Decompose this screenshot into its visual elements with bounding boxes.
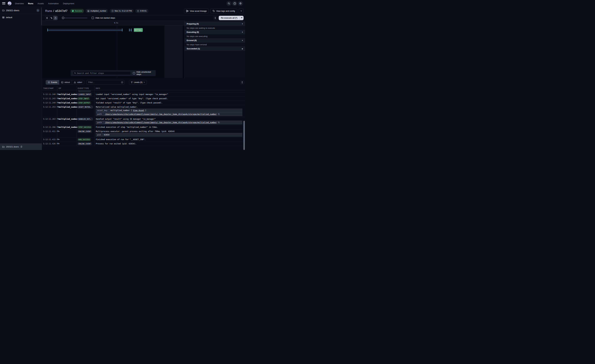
caret-down-icon: ▼	[242, 31, 243, 33]
stopwatch-icon	[137, 10, 139, 12]
view-asset-lineage-button[interactable]: View asset lineage	[184, 8, 209, 14]
flat-view-button[interactable]	[45, 16, 50, 20]
event-row-7[interactable]: 5:12:11.415 PM-RUN_SUCCESSFinished execu…	[42, 138, 245, 142]
hide-not-started-checkbox[interactable]	[92, 17, 94, 19]
reexecute-dropdown-button[interactable]	[240, 16, 244, 20]
timestamp-badge: Mar 21, 5:12:10 PM	[110, 9, 134, 13]
levels-dropdown-button[interactable]: Levels (5)	[129, 80, 147, 85]
sidebar-item-job-group[interactable]: 250321-dvers 1	[0, 7, 42, 14]
reexecute-all-button[interactable]: Re-execute all (*)	[219, 16, 240, 20]
partial-event-row	[42, 90, 245, 92]
event-table-body[interactable]: 5:12:11.240 PMmultiplied_numberLOADED_IN…	[42, 90, 245, 150]
primary-nav: OverviewRunsAssetsAutomationDeployment	[15, 2, 74, 5]
gantt-waiting-span-short	[129, 28, 131, 31]
clock-icon	[112, 10, 114, 12]
status-section-title: Preparing (0)	[187, 23, 199, 25]
refresh-icon[interactable]	[20, 146, 22, 148]
event-op: -	[57, 142, 77, 146]
gantt-chart[interactable]: 0.5s multiplied_number	[42, 21, 184, 78]
event-op: -	[57, 130, 77, 138]
status-badge: Success	[70, 9, 84, 13]
run-header-more-button[interactable]	[239, 8, 244, 14]
settings-gear-icon[interactable]: ⚙	[238, 1, 243, 6]
tag-icon	[212, 10, 215, 12]
table-end-border	[42, 146, 245, 146]
status-section-header-0[interactable]: Preparing (0)▼	[185, 22, 245, 26]
event-info: Multiprocess executor: parent process ex…	[94, 130, 245, 138]
tab-events[interactable]: Events	[46, 80, 59, 84]
run-id: a5347ef7	[55, 9, 68, 13]
timing-view-button[interactable]	[53, 16, 57, 20]
gantt-step-bar[interactable]: multiplied_number	[134, 28, 143, 32]
hide-not-started-checkbox-row[interactable]: Hide not started steps	[92, 17, 115, 19]
gantt-toolbar: Hide not started steps Re-execute all (*…	[42, 15, 245, 21]
event-row-3[interactable]: 5:12:11.253 PMmultiplied_numberASSET_MAT…	[42, 105, 245, 117]
dagster-logo-icon[interactable]	[7, 1, 12, 6]
tab-stdout[interactable]: stdout	[59, 80, 72, 84]
event-timestamp: 5:12:11.249 PM	[42, 101, 57, 105]
asset-tag[interactable]: multiplied_number	[86, 9, 108, 13]
step-search-input[interactable]	[73, 71, 131, 75]
event-row-2[interactable]: 5:12:11.249 PMmultiplied_numberSTEP_OUTP…	[42, 101, 245, 105]
slider-knob[interactable]	[62, 17, 64, 19]
status-section-header-2[interactable]: Errored (0)▼	[185, 38, 245, 42]
view-tags-config-button[interactable]: View tags and config	[210, 8, 237, 14]
event-type-pill: RUN_SUCCESS	[77, 138, 91, 141]
events-expand-button[interactable]	[240, 80, 244, 84]
chevron-down-icon	[240, 10, 242, 12]
metadata-row-path: path/Users/smackesey/stm/code/elementl/e…	[96, 121, 242, 124]
nav-item-runs[interactable]: Runs	[28, 2, 33, 5]
events-scrollbar[interactable]	[243, 121, 245, 150]
nav-item-automation[interactable]: Automation	[48, 2, 59, 5]
event-metadata-table: asset_keymultiplied_number [View Asset]p…	[96, 109, 242, 116]
sidebar-footer[interactable]: 250321-dvers	[0, 143, 42, 150]
time-tick-label: 0.5s	[114, 22, 118, 24]
event-row-6[interactable]: 5:12:11.411 PM-ENGINE_EVENTMultiprocess …	[42, 129, 245, 138]
event-type-pill: STEP_SUCCESS	[77, 126, 92, 129]
event-row-4[interactable]: 5:12:11.263 PMmultiplied_numberHANDLED_O…	[42, 117, 245, 125]
event-info: Materialized value multiplied_number.ass…	[94, 105, 245, 117]
path-link[interactable]: /Users/smackesey/stm/code/elementl/exper…	[105, 121, 217, 124]
hide-unselected-checkbox-row[interactable]: Hide unselected steps	[133, 71, 154, 76]
sidebar-scrollbar[interactable]	[41, 7, 42, 25]
nav-item-assets[interactable]: Assets	[37, 2, 44, 5]
metadata-value: 42654	[102, 134, 111, 136]
nav-item-overview[interactable]: Overview	[15, 2, 24, 5]
event-info: Got input "versioned_number" of type "An…	[94, 97, 245, 101]
breadcrumb-runs-link[interactable]: Runs	[45, 9, 52, 13]
status-section-body-2: No steps have errored	[185, 42, 245, 47]
path-link[interactable]: /Users/smackesey/stm/code/elementl/exper…	[105, 113, 217, 115]
filter-funnel-icon	[131, 81, 133, 83]
event-metadata-table: pid42654	[96, 133, 242, 137]
caret-down-icon: ▼	[242, 23, 243, 25]
status-section-header-3[interactable]: Succeeded (1)▶	[185, 47, 245, 51]
log-filter-input[interactable]	[86, 80, 124, 85]
metadata-key: asset_key	[96, 109, 109, 112]
event-type-pill: ASSET_MATERIALIZATION	[77, 106, 93, 109]
event-row-5[interactable]: 5:12:11.266 PMmultiplied_numberSTEP_SUCC…	[42, 125, 245, 129]
waterfall-view-button[interactable]	[50, 16, 53, 20]
event-row-0[interactable]: 5:12:11.240 PMmultiplied_numberLOADED_IN…	[42, 92, 245, 97]
tab-stderr[interactable]: stderr	[72, 80, 84, 84]
copy-icon[interactable]	[218, 113, 220, 115]
help-button[interactable]	[232, 1, 237, 6]
hide-unselected-checkbox[interactable]	[133, 72, 135, 74]
menu-icon[interactable]	[2, 2, 5, 5]
search-button[interactable]	[226, 1, 231, 6]
nav-item-deployment[interactable]: Deployment	[63, 2, 74, 5]
gantt-expand-button[interactable]	[213, 16, 217, 20]
clear-filter-icon[interactable]	[121, 81, 123, 84]
view-asset-link[interactable]: View Asset	[133, 109, 144, 112]
event-row-1[interactable]: 5:12:11.243 PMmultiplied_numberSTEP_INPU…	[42, 97, 245, 101]
gantt-zoom-slider[interactable]	[62, 17, 87, 19]
copy-icon[interactable]	[218, 122, 220, 123]
sidebar-item-default[interactable]: default	[0, 14, 42, 21]
warning-icon	[74, 81, 76, 84]
caret-right-icon: ▶	[242, 48, 243, 49]
event-row-8[interactable]: 5:12:11.426 PM-ENGINE_EVENTProcess for r…	[42, 142, 245, 146]
breadcrumb: Runs / a5347ef7	[45, 9, 68, 13]
status-section-header-1[interactable]: Executing (0)▼	[185, 30, 245, 34]
event-info: Handled output "result" using IO manager…	[94, 117, 245, 125]
event-op: multiplied_number	[57, 125, 77, 129]
event-timestamp: 5:12:11.253 PM	[42, 105, 57, 117]
